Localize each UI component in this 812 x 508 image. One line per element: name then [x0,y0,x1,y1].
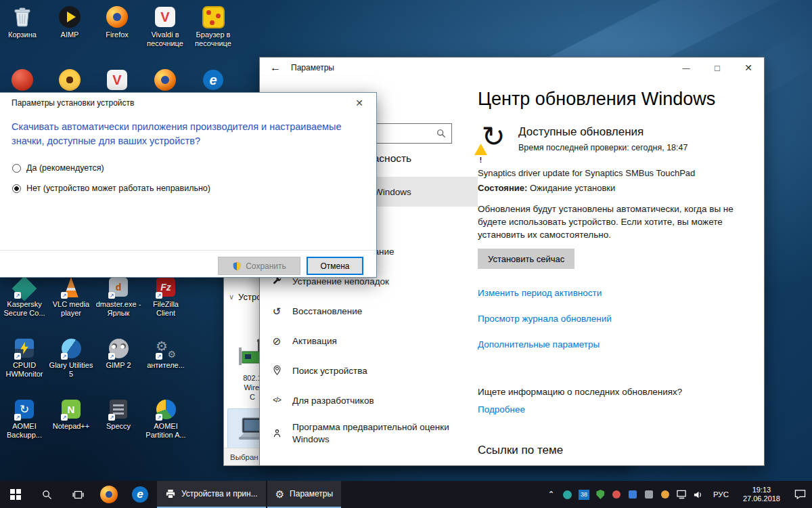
desktop-icon-aomei-backupper[interactable]: ↻↗ AOMEI Backupp... [1,398,47,440]
sidebar-item-find-device[interactable]: Поиск устройства [260,356,478,385]
edge-icon: e [132,486,148,503]
sidebar-item-activation[interactable]: ⊘ Активация [260,326,478,356]
desktop-icon-cpuid[interactable]: ↗ CPUID HWMonitor [1,337,47,379]
radio-option-no[interactable]: Нет (устройство может работать неправиль… [12,184,210,193]
desktop-icon-filezilla[interactable]: Fz↗ FileZilla Client [143,276,189,318]
desktop-icon-firefox[interactable]: Firefox [95,5,139,39]
desktop-icon-vivaldi2[interactable]: V [95,68,139,93]
close-icon[interactable]: ✕ [348,94,371,112]
desktop-icon-label: AOMEI Backupp... [1,422,47,440]
start-button[interactable] [0,481,31,508]
action-center-button[interactable] [790,490,809,500]
desktop-icon-label: VLC media player [48,300,94,318]
desktop-icon-red-app[interactable] [0,68,45,93]
language-indicator[interactable]: РУС [709,490,733,499]
vlc-icon: ↗ [60,276,82,298]
desktop-icon-aimp[interactable]: AIMP [47,5,92,39]
taskbar-pinned-edge[interactable]: e [125,481,156,508]
desktop-icon-glary[interactable]: ↗ Glary Utilities 5 [48,337,94,379]
settings-main-panel: Центр обновления Windows ↻ ! Доступные о… [478,78,764,465]
sidebar-item-insider-program[interactable]: Программа предварительной оценки Windows [260,415,478,452]
desktop-icon-label: Glary Utilities 5 [48,361,94,379]
firefox-icon [106,5,129,28]
link-learn-more[interactable]: Подробнее [478,404,525,415]
taskbar-pinned-firefox[interactable] [93,481,125,508]
desktop-icon-recycle-bin[interactable]: Корзина [0,5,45,39]
settings-window-title: Параметры [291,63,334,72]
taskbar-task-settings[interactable]: ⚙ Параметры [267,481,341,508]
last-checked-text: Время последней проверки: сегодня, 18:47 [518,143,687,152]
desktop-icon-notepadpp[interactable]: N↗ Notepad++ [48,398,94,431]
desktop-icon-firefox2[interactable] [143,68,187,93]
taskbar: e Устройства и прин... ⚙ Параметры ⌃ 38 [0,481,812,508]
desktop-icon-vlc[interactable]: ↗ VLC media player [48,276,94,318]
taskbar-clock[interactable]: 19:13 27.06.2018 [739,486,784,503]
task-view-icon [72,490,84,500]
maximize-button[interactable]: □ [702,58,733,78]
desktop-icon-edge[interactable]: e [191,68,235,93]
desktop-icon-vivaldi-sandbox[interactable]: V Vivaldi в песочнице [143,5,187,48]
hidden-icons-chevron[interactable]: ⌃ [546,490,556,500]
task-view-button[interactable] [62,481,93,508]
blue-app-tray-icon[interactable] [628,490,638,500]
radio-option-yes[interactable]: Да (рекомендуется) [12,163,104,173]
firefox-icon [100,486,118,503]
filezilla-icon: Fz↗ [155,276,177,298]
minimize-button[interactable]: — [671,58,702,78]
close-button[interactable]: ✕ [733,58,764,78]
desktop-icon-orange-app[interactable] [47,68,92,93]
activation-icon: ⊘ [271,336,283,346]
edge-icon: e [202,68,225,91]
shield-tray-icon[interactable] [595,490,606,500]
gimp-icon: ↗ [108,337,129,359]
related-links-title: Ссылки по теме [478,444,563,457]
sidebar-item-recovery[interactable]: ↺ Восстановление [260,296,478,326]
dialog-separator [0,250,376,251]
radio-button-unchecked[interactable] [12,164,21,173]
cancel-button[interactable]: Отмена [307,257,363,275]
install-now-button[interactable]: Установить сейчас [478,249,574,269]
page-title: Центр обновления Windows [478,89,715,110]
update-item-name: Synaptics driver update for Synaptics SM… [478,168,695,178]
firefox-icon [154,68,177,91]
network-icon[interactable] [677,490,687,500]
desktop-icon-speccy[interactable]: ↗ Speccy [95,398,141,431]
system-tray: ⌃ 38 РУС 19:13 27.06.2018 [543,481,812,508]
desktop-icon-dmaster[interactable]: d↗ dmaster.exe - Ярлык [95,276,141,318]
clock-time: 19:13 [752,486,771,494]
taskbar-search-button[interactable] [31,481,62,508]
window-controls: — □ ✕ [671,58,764,78]
dmaster-icon: d↗ [108,276,129,298]
desktop-icon-kaspersky[interactable]: ↗ Kaspersky Secure Co... [1,276,47,318]
dialog-titlebar: Параметры установки устройств ✕ [0,93,376,113]
link-advanced-options[interactable]: Дополнительные параметры [478,339,600,350]
temperature-badge-icon[interactable]: 38 [579,490,589,500]
glary-utilities-icon: ↗ [60,337,82,359]
action-center-icon [794,489,806,500]
desktop-icon-gears-app[interactable]: ⚙⚙↗ антителе... [143,337,189,370]
recycle-bin-icon [11,5,34,28]
save-button[interactable]: Сохранить [218,257,300,275]
desktop-icon-gimp[interactable]: ↗ GIMP 2 [95,337,141,370]
gray-app-tray-icon[interactable] [644,490,654,500]
warning-triangle-icon: ! [474,144,487,155]
desktop: Корзина AIMP Firefox V Vivaldi в песочни… [0,0,812,508]
orange-app-tray-icon[interactable] [660,490,671,500]
radio-label: Да (рекомендуется) [26,163,104,173]
taskbar-task-devices[interactable]: Устройства и прин... [157,481,266,508]
speaker-icon[interactable] [693,490,703,500]
desktop-icon-browser-sandbox[interactable]: Браузер в песочнице [191,5,235,48]
person-icon [271,428,283,440]
sidebar-item-developers[interactable]: </> Для разработчиков [260,385,478,415]
link-update-history[interactable]: Просмотр журнала обновлений [478,314,612,324]
back-button[interactable]: ← [260,58,291,78]
shortcut-arrow-icon: ↗ [61,292,68,299]
desktop-icon-aomei-partition[interactable]: ↗ AOMEI Partition A... [143,398,189,440]
teal-app-tray-icon[interactable] [562,490,572,500]
red-app-tray-icon[interactable] [612,490,622,500]
desktop-icon-label: антителе... [143,361,189,370]
radio-button-checked[interactable] [12,184,21,193]
aomei-backupper-icon: ↻↗ [14,398,35,420]
link-change-active-hours[interactable]: Изменить период активности [478,288,602,298]
shortcut-arrow-icon: ↗ [14,353,21,360]
